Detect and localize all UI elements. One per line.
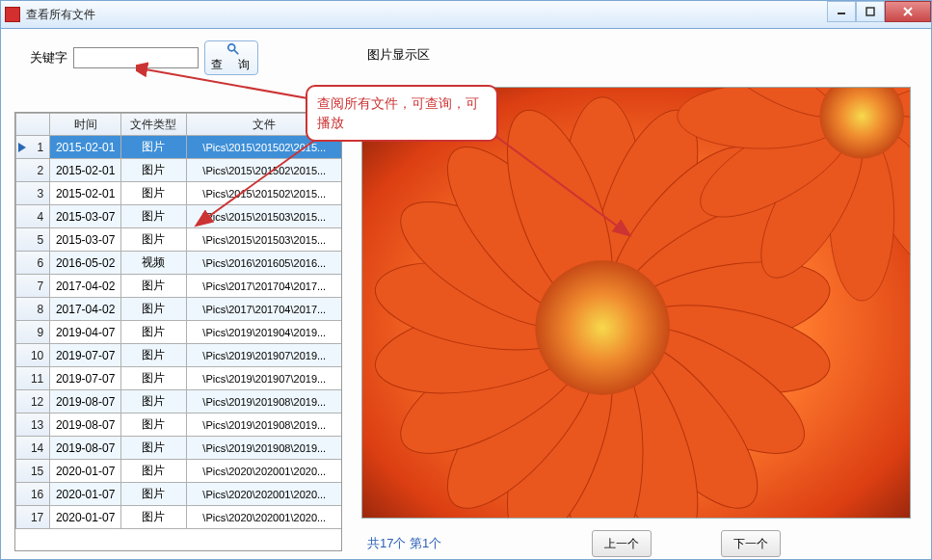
table-row[interactable]: 52015-03-07图片\Pics\2015\201503\2015... bbox=[16, 228, 342, 251]
file-cell: \Pics\2019\201907\2019... bbox=[187, 344, 342, 366]
file-cell: \Pics\2015\201503\2015... bbox=[187, 205, 342, 227]
window-title: 查看所有文件 bbox=[26, 7, 95, 23]
rownum-cell: 15 bbox=[16, 460, 49, 482]
type-cell: 图片 bbox=[121, 437, 186, 459]
table-row[interactable]: 132019-08-07图片\Pics\2019\201908\2019... bbox=[16, 413, 342, 436]
type-cell: 图片 bbox=[121, 275, 186, 297]
table-row[interactable]: 112019-07-07图片\Pics\2019\201907\2019... bbox=[16, 367, 342, 389]
rownum-cell: 9 bbox=[16, 321, 49, 343]
file-cell: \Pics\2020\202001\2020... bbox=[187, 460, 342, 482]
table-row[interactable]: 162020-01-07图片\Pics\2020\202001\2020... bbox=[16, 483, 342, 505]
table-header-row: 时间 文件类型 文件 bbox=[16, 114, 342, 135]
minimize-button[interactable] bbox=[827, 1, 856, 22]
type-cell: 图片 bbox=[121, 321, 186, 343]
date-cell: 2015-03-07 bbox=[50, 228, 120, 251]
file-cell: \Pics\2015\201503\2015... bbox=[187, 228, 342, 251]
rownum-cell: 17 bbox=[16, 506, 49, 528]
svg-marker-6 bbox=[18, 143, 26, 152]
table-row[interactable]: 12015-02-01图片\Pics\2015\201502\2015... bbox=[16, 136, 342, 158]
app-icon bbox=[5, 7, 20, 22]
date-cell: 2020-01-07 bbox=[50, 483, 120, 505]
date-cell: 2019-08-07 bbox=[50, 437, 120, 459]
rownum-cell: 5 bbox=[16, 228, 49, 251]
rownum-cell: 16 bbox=[16, 483, 49, 505]
rownum-cell: 14 bbox=[16, 437, 49, 459]
date-cell: 2015-02-01 bbox=[50, 159, 120, 181]
table-row[interactable]: 152020-01-07图片\Pics\2020\202001\2020... bbox=[16, 460, 342, 482]
prev-button[interactable]: 上一个 bbox=[592, 530, 652, 557]
type-cell: 图片 bbox=[121, 298, 186, 320]
rownum-cell: 13 bbox=[16, 413, 49, 436]
rownum-cell: 11 bbox=[16, 367, 49, 389]
table-row[interactable]: 142019-08-07图片\Pics\2019\201908\2019... bbox=[16, 437, 342, 459]
type-cell: 图片 bbox=[121, 413, 186, 436]
rownum-cell: 8 bbox=[16, 298, 49, 320]
rownum-cell: 6 bbox=[16, 252, 49, 274]
type-cell: 图片 bbox=[121, 506, 186, 528]
svg-line-5 bbox=[234, 50, 238, 54]
col-type[interactable]: 文件类型 bbox=[121, 114, 186, 135]
table-row[interactable]: 42015-03-07图片\Pics\2015\201503\2015... bbox=[16, 205, 342, 227]
date-cell: 2019-08-07 bbox=[50, 413, 120, 436]
date-cell: 2017-04-02 bbox=[50, 298, 120, 320]
date-cell: 2017-04-02 bbox=[50, 275, 120, 297]
type-cell: 图片 bbox=[121, 159, 186, 181]
next-button[interactable]: 下一个 bbox=[721, 530, 781, 557]
col-rownum[interactable] bbox=[16, 114, 49, 135]
table-row[interactable]: 62016-05-02视频\Pics\2016\201605\2016... bbox=[16, 252, 342, 274]
svg-point-4 bbox=[228, 44, 235, 51]
rownum-cell: 4 bbox=[16, 205, 49, 227]
file-cell: \Pics\2019\201908\2019... bbox=[187, 390, 342, 413]
table-row[interactable]: 32015-02-01图片\Pics\2015\201502\2015... bbox=[16, 182, 342, 204]
file-table[interactable]: 时间 文件类型 文件 12015-02-01图片\Pics\2015\20150… bbox=[14, 112, 342, 551]
table-row[interactable]: 72017-04-02图片\Pics\2017\201704\2017... bbox=[16, 275, 342, 297]
file-cell: \Pics\2019\201907\2019... bbox=[187, 367, 342, 389]
table-row[interactable]: 172020-01-07图片\Pics\2020\202001\2020... bbox=[16, 506, 342, 528]
maximize-button[interactable] bbox=[856, 1, 885, 22]
file-cell: \Pics\2020\202001\2020... bbox=[187, 483, 342, 505]
keyword-input[interactable] bbox=[73, 47, 199, 68]
close-button[interactable] bbox=[885, 1, 931, 22]
rownum-cell: 7 bbox=[16, 275, 49, 297]
search-row: 关键字 查 询 bbox=[30, 39, 921, 77]
date-cell: 2020-01-07 bbox=[50, 506, 120, 528]
table-row[interactable]: 102019-07-07图片\Pics\2019\201907\2019... bbox=[16, 344, 342, 366]
date-cell: 2020-01-07 bbox=[50, 460, 120, 482]
file-cell: \Pics\2015\201502\2015... bbox=[187, 182, 342, 204]
type-cell: 图片 bbox=[121, 390, 186, 413]
date-cell: 2019-08-07 bbox=[50, 390, 120, 413]
table-row[interactable]: 122019-08-07图片\Pics\2019\201908\2019... bbox=[16, 390, 342, 413]
table-row[interactable]: 92019-04-07图片\Pics\2019\201904\2019... bbox=[16, 321, 342, 343]
date-cell: 2015-03-07 bbox=[50, 205, 120, 227]
type-cell: 图片 bbox=[121, 483, 186, 505]
titlebar: 查看所有文件 bbox=[0, 0, 932, 29]
type-cell: 图片 bbox=[121, 228, 186, 251]
status-text: 共17个 第1个 bbox=[367, 535, 441, 552]
date-cell: 2015-02-01 bbox=[50, 136, 120, 158]
table-row[interactable]: 82017-04-02图片\Pics\2017\201704\2017... bbox=[16, 298, 342, 320]
search-icon bbox=[226, 42, 240, 56]
type-cell: 图片 bbox=[121, 367, 186, 389]
file-cell: \Pics\2019\201908\2019... bbox=[187, 437, 342, 459]
col-date[interactable]: 时间 bbox=[50, 114, 120, 135]
client-area: 关键字 查 询 图片显示区 时间 文件类型 文件 12015-02-01图片\P… bbox=[0, 29, 932, 560]
current-row-indicator bbox=[17, 138, 27, 157]
date-cell: 2019-07-07 bbox=[50, 367, 120, 389]
file-cell: \Pics\2017\201704\2017... bbox=[187, 298, 342, 320]
file-cell: \Pics\2016\201605\2016... bbox=[187, 252, 342, 274]
type-cell: 图片 bbox=[121, 460, 186, 482]
type-cell: 视频 bbox=[121, 252, 186, 274]
query-button[interactable]: 查 询 bbox=[204, 40, 258, 75]
type-cell: 图片 bbox=[121, 136, 186, 158]
date-cell: 2015-02-01 bbox=[50, 182, 120, 204]
table-row[interactable]: 22015-02-01图片\Pics\2015\201502\2015... bbox=[16, 159, 342, 181]
preview-area-label: 图片显示区 bbox=[367, 46, 430, 64]
rownum-cell: 2 bbox=[16, 159, 49, 181]
window-controls bbox=[827, 1, 931, 22]
file-cell: \Pics\2020\202001\2020... bbox=[187, 506, 342, 528]
date-cell: 2016-05-02 bbox=[50, 252, 120, 274]
file-cell: \Pics\2017\201704\2017... bbox=[187, 275, 342, 297]
date-cell: 2019-07-07 bbox=[50, 344, 120, 366]
rownum-cell: 3 bbox=[16, 182, 49, 204]
svg-point-9 bbox=[535, 260, 670, 395]
